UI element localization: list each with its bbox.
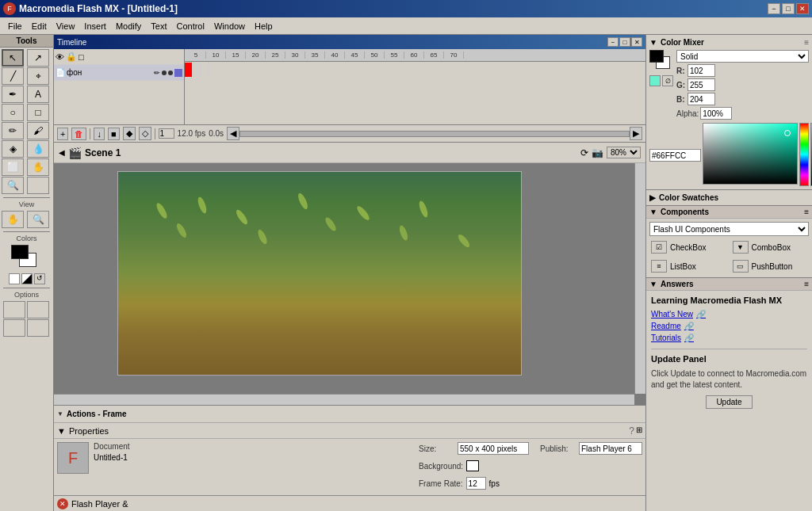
layer-name[interactable]: фон <box>67 68 152 77</box>
tool-oval[interactable]: ○ <box>2 104 24 121</box>
menu-text[interactable]: Text <box>146 20 171 32</box>
timeline-close[interactable]: ✕ <box>631 37 642 47</box>
menu-edit[interactable]: Edit <box>27 20 52 32</box>
no-color-btn[interactable] <box>9 273 20 284</box>
color-mixer-options[interactable]: ≡ <box>804 38 809 47</box>
frame-3[interactable] <box>201 63 209 77</box>
rotate-icon: ⟳ <box>580 147 588 158</box>
cm-stroke-swatch[interactable] <box>649 50 664 63</box>
props-body: F Document Untitled-1 Size: <box>54 439 645 495</box>
whats-new-link[interactable]: What's New 🔗 <box>651 310 807 318</box>
tool-hand[interactable]: ✋ <box>27 158 49 176</box>
option-btn-2[interactable] <box>27 301 49 318</box>
tool-dropper[interactable]: 💧 <box>27 140 49 158</box>
tool-text[interactable]: A <box>27 86 49 103</box>
frame-1[interactable] <box>185 63 193 77</box>
add-layer-btn[interactable]: + <box>57 128 68 140</box>
props-title: Properties <box>69 426 109 436</box>
canvas-scrollbar-vertical[interactable] <box>634 163 645 394</box>
back-btn[interactable]: ◀ <box>59 148 65 157</box>
option-btn-1[interactable] <box>3 301 25 318</box>
tool-lasso[interactable]: ⌖ <box>27 67 49 85</box>
tool-subselect[interactable]: ↗ <box>27 49 49 67</box>
publish-input[interactable] <box>579 442 642 455</box>
menu-control[interactable]: Control <box>171 20 209 32</box>
color-swatches-header[interactable]: ▶ Color Swatches <box>649 193 809 202</box>
tool-hand2[interactable]: ✋ <box>2 211 24 228</box>
tool-line[interactable]: ╱ <box>2 67 24 85</box>
tool-rectangle[interactable]: □ <box>27 104 49 121</box>
close-button[interactable]: ✕ <box>796 3 809 14</box>
forward-btn[interactable]: ▶ <box>630 127 642 140</box>
cm-type-select[interactable]: Solid <box>676 50 809 63</box>
menu-insert[interactable]: Insert <box>79 20 111 32</box>
size-input[interactable] <box>458 442 529 455</box>
comp-select[interactable]: Flash UI Components <box>649 222 809 236</box>
cm-no-color[interactable]: ∅ <box>662 75 673 86</box>
maximize-button[interactable]: □ <box>782 3 795 14</box>
comp-combobox[interactable]: ▼ ComboBox <box>731 239 810 255</box>
delete-layer-btn[interactable]: 🗑 <box>71 128 86 140</box>
frame-2[interactable] <box>193 63 201 77</box>
canvas-scrollbar-horizontal[interactable] <box>54 394 634 405</box>
hex-input[interactable] <box>649 149 701 162</box>
layer-row[interactable]: 📄 фон ✏ <box>54 65 184 81</box>
hue-bar[interactable] <box>799 123 809 186</box>
answers-options[interactable]: ≡ <box>804 280 809 288</box>
options-label: Options <box>0 290 53 299</box>
tool-fill[interactable]: ◈ <box>2 140 24 158</box>
props-collapse[interactable]: ⊞ <box>636 425 642 437</box>
cs-arrow: ▶ <box>649 193 656 202</box>
timeline-maximize[interactable]: □ <box>619 37 630 47</box>
tool-pen[interactable]: ✒ <box>2 86 24 103</box>
tutorials-link[interactable]: Tutorials 🔗 <box>651 334 807 342</box>
menu-view[interactable]: View <box>52 20 80 32</box>
color-picker-area[interactable] <box>703 123 798 185</box>
option-btn-3[interactable] <box>3 319 25 337</box>
menu-window[interactable]: Window <box>209 20 250 32</box>
tool-brush[interactable]: 🖌 <box>27 122 49 139</box>
layer-dot <box>162 71 167 75</box>
tool-arrow[interactable]: ↖ <box>2 49 24 67</box>
minimize-button[interactable]: − <box>768 3 780 14</box>
r-input[interactable] <box>688 64 715 77</box>
canvas-stage[interactable] <box>117 171 522 376</box>
add-motion-btn[interactable]: ↓ <box>94 128 105 140</box>
props-help[interactable]: ? <box>629 425 634 437</box>
stroke-color-swatch[interactable] <box>11 245 29 259</box>
frame-rate-input[interactable] <box>466 477 486 490</box>
delete-frame-btn[interactable]: ◇ <box>139 127 151 140</box>
menu-help[interactable]: Help <box>250 20 278 32</box>
rewind-btn[interactable]: ◀ <box>227 127 239 140</box>
menu-file[interactable]: File <box>3 20 27 32</box>
option-btn-4[interactable] <box>27 319 49 337</box>
swap-colors-btn[interactable] <box>21 273 33 284</box>
cm-color-preview[interactable] <box>649 75 661 86</box>
bg-color-box[interactable] <box>466 460 479 471</box>
tool-zoom2[interactable]: 🔍 <box>27 211 49 228</box>
default-colors-btn[interactable]: ↺ <box>34 273 45 284</box>
add-stop-btn[interactable]: ■ <box>108 128 120 140</box>
timeline-minimize[interactable]: − <box>607 37 619 47</box>
update-button[interactable]: Update <box>706 395 752 409</box>
comp-checkbox[interactable]: ☑ CheckBox <box>649 239 728 255</box>
playhead-bar[interactable] <box>239 131 630 137</box>
frame-number-input[interactable]: 1 <box>159 128 174 139</box>
menu-modify[interactable]: Modify <box>111 20 146 32</box>
comp-pushbutton[interactable]: ▭ PushButton <box>731 258 810 274</box>
app-icon: F <box>3 2 16 15</box>
comp-listbox[interactable]: ≡ ListBox <box>649 258 728 274</box>
tool-zoom[interactable]: 🔍 <box>2 177 24 194</box>
alpha-input[interactable] <box>700 107 732 120</box>
readme-link[interactable]: Readme 🔗 <box>651 322 807 330</box>
zoom-select[interactable]: 80% <box>607 147 641 158</box>
b-input[interactable] <box>688 93 715 105</box>
b-label: B: <box>676 95 686 104</box>
comp-options[interactable]: ≡ <box>804 208 809 216</box>
tool-eraser[interactable]: ⬜ <box>2 158 24 176</box>
g-input[interactable] <box>688 78 715 91</box>
tool-extra[interactable] <box>27 177 49 194</box>
cs-title: Color Swatches <box>659 193 718 202</box>
add-keyframe-btn[interactable]: ◆ <box>123 127 136 140</box>
tool-pencil[interactable]: ✏ <box>2 122 24 139</box>
